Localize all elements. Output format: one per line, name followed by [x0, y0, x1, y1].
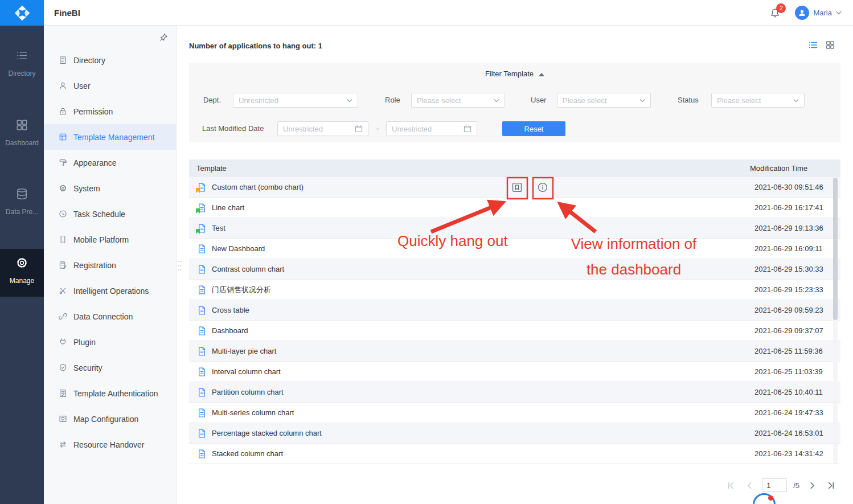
table-row[interactable]: Test 2021-06-29 19:13:36	[189, 218, 840, 239]
template-table: Template Modification Time Custom chart …	[189, 159, 840, 464]
table-scrollbar[interactable]	[833, 178, 838, 464]
table-row[interactable]: Dashboard 2021-06-29 09:37:07	[189, 321, 840, 341]
modification-time: 2021-06-29 09:37:07	[754, 321, 823, 341]
sidebar-item[interactable]: Resource Handover	[44, 432, 176, 457]
dept-select[interactable]: Unrestricted	[233, 93, 358, 108]
finebi-logo[interactable]	[0, 0, 44, 26]
table-row[interactable]: Custom chart (combo chart) 2021-06-30 09…	[189, 177, 840, 198]
sidebar-item[interactable]: Mobile Platform	[44, 227, 176, 252]
sidebar-resize-handle[interactable]	[177, 259, 182, 272]
link-icon	[59, 312, 67, 321]
table-row[interactable]: Multi-layer pie chart 2021-06-25 11:59:3…	[189, 341, 840, 362]
rail-item[interactable]: Directory	[0, 42, 44, 92]
modification-time: 2021-06-29 15:23:33	[754, 280, 823, 300]
gear-icon	[15, 256, 28, 269]
rail-item[interactable]: Dashboard	[0, 111, 44, 161]
chevron-down-icon	[494, 99, 499, 103]
filter-collapse-toggle[interactable]: Filter Template	[189, 69, 840, 78]
table-row[interactable]: 门店销售状况分析 2021-06-29 15:23:33	[189, 280, 840, 300]
sidebar-item-label: Appearance	[73, 158, 117, 167]
modification-time: 2021-06-23 14:31:42	[754, 444, 823, 464]
table-row[interactable]: Percentage stacked column chart 2021-06-…	[189, 423, 840, 444]
tools-icon	[59, 286, 67, 295]
table-row[interactable]: Cross table 2021-06-29 09:59:23	[189, 300, 840, 321]
notification-badge: 2	[776, 3, 786, 13]
notifications-button[interactable]: 2	[770, 7, 780, 19]
table-row[interactable]: Line chart 2021-06-29 16:17:41	[189, 198, 840, 218]
rail-item[interactable]: Manage	[0, 249, 44, 297]
table-row[interactable]: Partition column chart 2021-06-25 10:40:…	[189, 382, 840, 403]
sidebar-item[interactable]: Template Authentication	[44, 380, 176, 406]
sidebar-item[interactable]: Security	[44, 355, 176, 380]
sidebar-item-label: Data Connection	[73, 312, 133, 321]
last-page-button[interactable]	[825, 479, 837, 491]
list-icon	[15, 49, 28, 62]
prev-page-button[interactable]	[743, 479, 756, 491]
sidebar-item[interactable]: Map Configuration	[44, 406, 176, 432]
user-select[interactable]: Please select	[557, 93, 651, 108]
date-from-input[interactable]: Unrestricted	[277, 121, 368, 136]
first-page-button[interactable]	[724, 479, 737, 491]
page-input[interactable]	[762, 478, 787, 492]
user-label: User	[531, 93, 546, 108]
chevron-down-icon	[793, 99, 799, 103]
manage-sidebar: Directory User Permission Template Manag…	[44, 26, 177, 504]
quick-hangout-button[interactable]	[511, 182, 523, 193]
sidebar-item[interactable]: Directory	[44, 47, 176, 73]
dept-select-value: Unrestricted	[239, 96, 278, 105]
chevron-down-icon	[347, 99, 352, 103]
sidebar-item-label: Security	[73, 363, 102, 372]
document-icon	[198, 428, 206, 439]
template-name: Interval column chart	[212, 362, 281, 382]
rail-item-label: Manage	[0, 277, 44, 285]
modification-time: 2021-06-24 16:53:01	[754, 423, 823, 444]
hangout-count-text: Number of applications to hang out: 1	[189, 42, 322, 50]
page-total: /5	[793, 481, 799, 490]
system-gear-icon	[59, 184, 67, 192]
sidebar-item[interactable]: System	[44, 175, 176, 201]
modification-time: 2021-06-29 19:13:36	[754, 218, 823, 239]
date-to-input[interactable]: Unrestricted	[386, 121, 477, 136]
unpin-icon[interactable]	[159, 33, 168, 42]
grid-view-icon[interactable]	[826, 40, 835, 50]
rail-item[interactable]: Data Pre...	[0, 180, 44, 230]
sidebar-item[interactable]: Task Schedule	[44, 201, 176, 227]
clock-icon	[59, 210, 67, 218]
document-icon	[198, 305, 206, 315]
chevron-down-icon	[836, 11, 842, 15]
sidebar-item[interactable]: Appearance	[44, 150, 176, 175]
table-row[interactable]: Contrast column chart 2021-06-29 15:30:3…	[189, 259, 840, 280]
table-row[interactable]: Stacked column chart 2021-06-23 14:31:42	[189, 444, 840, 464]
next-page-button[interactable]	[806, 479, 818, 491]
template-name: Test	[212, 218, 225, 239]
status-label: Status	[678, 93, 699, 108]
table-row[interactable]: Interval column chart 2021-06-25 11:03:3…	[189, 362, 840, 382]
document-icon	[198, 387, 206, 398]
sidebar-item[interactable]: User	[44, 73, 176, 99]
status-select[interactable]: Please select	[711, 93, 805, 108]
sidebar-item-label: Resource Handover	[73, 440, 145, 449]
calendar-icon	[464, 125, 471, 133]
sidebar-item[interactable]: Data Connection	[44, 304, 176, 329]
column-modification-time: Modification Time	[750, 159, 807, 177]
status-select-value: Please select	[717, 96, 761, 105]
triangle-up-icon	[539, 73, 544, 76]
sidebar-item[interactable]: Registration	[44, 252, 176, 278]
role-select[interactable]: Please select	[411, 93, 505, 108]
reset-button[interactable]: Reset	[502, 121, 565, 136]
sidebar-item[interactable]: Permission	[44, 99, 176, 124]
sidebar-item[interactable]: Intelligent Operations	[44, 278, 176, 304]
sidebar-item-label: User	[73, 81, 91, 91]
mobile-icon	[59, 235, 67, 244]
user-menu[interactable]: Maria	[795, 6, 842, 20]
table-row[interactable]: New Dashboard 2021-06-29 16:09:11	[189, 239, 840, 259]
table-row[interactable]: Multi-series column chart 2021-06-24 19:…	[189, 403, 840, 423]
sidebar-item[interactable]: Template Management	[44, 124, 176, 150]
list-view-icon[interactable]	[809, 40, 818, 50]
document-icon	[198, 285, 206, 295]
sidebar-item[interactable]: Plugin	[44, 329, 176, 355]
scrollbar-thumb[interactable]	[833, 178, 838, 320]
template-name: 门店销售状况分析	[212, 280, 271, 300]
sidebar-item-label: Directory	[73, 56, 105, 65]
view-info-button[interactable]	[537, 182, 548, 193]
